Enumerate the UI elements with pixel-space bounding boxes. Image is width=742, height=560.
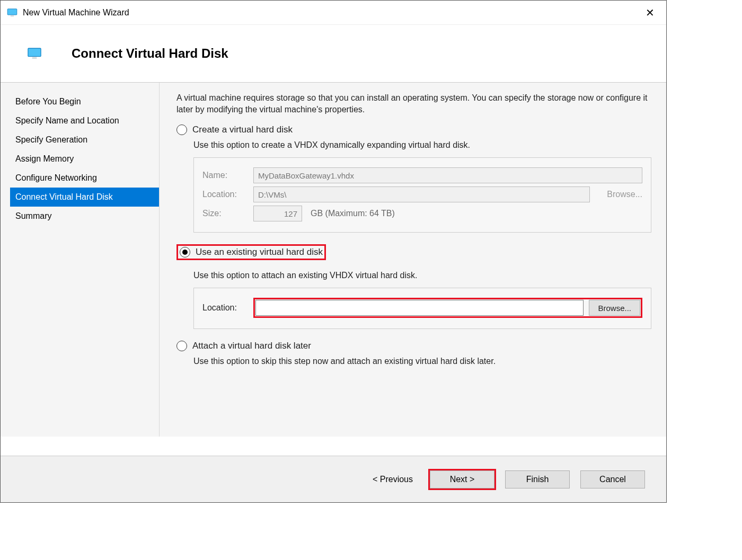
create-location-input [253,186,590,202]
step-configure-networking[interactable]: Configure Networking [10,168,159,188]
create-name-label: Name: [202,171,248,180]
svg-rect-0 [7,8,17,14]
svg-rect-2 [28,48,41,56]
radio-use-existing[interactable] [180,247,190,257]
step-specify-name-location[interactable]: Specify Name and Location [10,111,159,130]
titlebar: New Virtual Machine Wizard ✕ [1,1,666,25]
close-button[interactable]: ✕ [640,4,660,21]
header-icon [27,48,42,59]
existing-location-input[interactable] [255,300,584,316]
wizard-content: A virtual machine requires storage so th… [160,83,666,437]
radio-attach-later[interactable] [176,341,187,351]
wizard-steps-sidebar: Before You Begin Specify Name and Locati… [1,83,160,437]
option-create-desc: Use this option to create a VHDX dynamic… [193,140,651,150]
page-title: Connect Virtual Hard Disk [72,46,228,61]
app-icon [7,8,17,17]
cancel-button[interactable]: Cancel [580,470,645,488]
create-fields: Name: Location: Browse... Size: GB (Maxi… [193,157,651,233]
window-title: New Virtual Machine Wizard [23,8,640,17]
create-size-suffix: GB (Maximum: 64 TB) [311,209,395,218]
step-connect-virtual-hard-disk[interactable]: Connect Virtual Hard Disk [10,188,159,207]
create-name-input [253,167,642,183]
option-later-label: Attach a virtual hard disk later [192,341,311,351]
option-later-desc: Use this option to skip this step now an… [193,357,651,366]
finish-button[interactable]: Finish [505,470,570,488]
previous-button[interactable]: < Previous [366,472,419,487]
option-later-row[interactable]: Attach a virtual hard disk later [176,341,651,351]
wizard-footer: < Previous Next > Finish Cancel [1,456,666,502]
step-specify-generation[interactable]: Specify Generation [10,130,159,149]
create-browse-button: Browse... [607,190,642,199]
step-before-you-begin[interactable]: Before You Begin [10,92,159,111]
step-assign-memory[interactable]: Assign Memory [10,149,159,168]
option-create-row[interactable]: Create a virtual hard disk [176,125,651,135]
existing-fields: Location: Browse... [193,288,651,329]
option-existing-label: Use an existing virtual hard disk [196,247,323,257]
radio-create[interactable] [176,125,187,135]
wizard-body: Before You Begin Specify Name and Locati… [1,83,666,437]
existing-browse-button[interactable]: Browse... [589,300,640,316]
option-existing-desc: Use this option to attach an existing VH… [193,271,651,280]
option-create-label: Create a virtual hard disk [192,125,293,135]
svg-rect-3 [32,57,37,59]
create-location-label: Location: [202,190,248,199]
svg-rect-1 [11,15,14,16]
intro-text: A virtual machine requires storage so th… [176,92,651,115]
existing-location-label: Location: [202,303,248,313]
next-button[interactable]: Next > [430,470,494,488]
step-summary[interactable]: Summary [10,207,159,226]
create-size-label: Size: [202,209,248,218]
create-size-input [253,206,302,221]
wizard-header: Connect Virtual Hard Disk [1,25,666,82]
